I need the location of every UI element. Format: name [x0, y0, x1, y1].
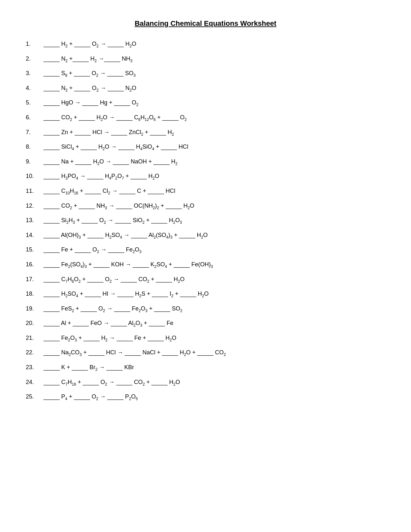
equation-item-20: 20._____ Al + _____ FeO → _____ Al2O3 + … — [26, 320, 385, 328]
equation-content-13: _____ Si2H3 + _____ O2 → _____ SiO2 + __… — [44, 217, 182, 225]
equation-content-8: _____ SiCl4 + _____ H2O → _____ H4SiO4 +… — [44, 143, 188, 151]
equation-item-22: 22._____ Na2CO3 + _____ HCl → _____ NaCl… — [26, 349, 385, 357]
equation-number-15: 15. — [26, 246, 44, 253]
equation-content-15: _____ Fe + _____ O2 → _____ Fe2O3 — [44, 246, 142, 254]
equation-item-10: 10._____ H3PO4 → _____ H4P2O7 + _____ H2… — [26, 173, 385, 181]
equation-content-5: _____ HgO → _____ Hg + _____ O2 — [44, 99, 138, 107]
equation-item-16: 16._____ Fe2(SO4)3 + _____ KOH → _____ K… — [26, 261, 385, 269]
equation-content-20: _____ Al + _____ FeO → _____ Al2O3 + ___… — [44, 320, 173, 328]
equation-item-8: 8._____ SiCl4 + _____ H2O → _____ H4SiO4… — [26, 143, 385, 151]
equation-content-2: _____ N2 +_____ H2 →_____ NH3 — [44, 55, 132, 63]
equation-item-7: 7._____ Zn + _____ HCl → _____ ZnCl2 + _… — [26, 129, 385, 137]
equation-number-14: 14. — [26, 232, 44, 239]
equation-number-23: 23. — [26, 364, 44, 371]
equation-item-14: 14._____ Al(OH)3 + _____ H2SO4 → _____ A… — [26, 232, 385, 240]
equation-item-3: 3._____ S8 + _____ O2 → _____ SO3 — [26, 70, 385, 78]
equation-item-2: 2._____ N2 +_____ H2 →_____ NH3 — [26, 55, 385, 63]
equation-number-1: 1. — [26, 41, 44, 47]
equation-number-21: 21. — [26, 335, 44, 341]
equation-content-4: _____ N2 + _____ O2 → _____ N2O — [44, 85, 136, 93]
equation-number-10: 10. — [26, 173, 44, 180]
equation-content-18: _____ H2SO4 + _____ HI → _____ H2S + ___… — [44, 291, 209, 298]
equation-item-4: 4._____ N2 + _____ O2 → _____ N2O — [26, 85, 385, 93]
equation-item-23: 23._____ K + _____ Br2 → _____ KBr — [26, 364, 385, 372]
equation-item-12: 12._____ CO2 + _____ NH3 → _____ OC(NH2)… — [26, 202, 385, 210]
equation-number-12: 12. — [26, 202, 44, 209]
equation-number-8: 8. — [26, 143, 44, 150]
equation-item-15: 15._____ Fe + _____ O2 → _____ Fe2O3 — [26, 246, 385, 254]
equation-number-18: 18. — [26, 291, 44, 297]
equation-item-19: 19._____ FeS2 + _____ O2 → _____ Fe2O3 +… — [26, 305, 385, 313]
equation-content-14: _____ Al(OH)3 + _____ H2SO4 → _____ Al2(… — [44, 232, 208, 240]
equation-number-3: 3. — [26, 70, 44, 77]
equation-content-6: _____ CO2 + _____ H2O → _____ C6H12O6 + … — [44, 114, 187, 122]
equation-number-20: 20. — [26, 320, 44, 327]
equation-content-9: _____ Na + _____ H2O → _____ NaOH + ____… — [44, 158, 178, 166]
equation-number-4: 4. — [26, 85, 44, 92]
equation-content-12: _____ CO2 + _____ NH3 → _____ OC(NH2)2 +… — [44, 202, 194, 210]
equation-number-13: 13. — [26, 217, 44, 224]
equation-item-24: 24._____ C7H16 + _____ O2 → _____ CO2 + … — [26, 379, 385, 387]
equation-content-3: _____ S8 + _____ O2 → _____ SO3 — [44, 70, 136, 78]
equation-item-11: 11._____ C10H16 + _____ Cl2 → _____ C + … — [26, 188, 385, 195]
equation-content-10: _____ H3PO4 → _____ H4P2O7 + _____ H2O — [44, 173, 159, 181]
equation-number-9: 9. — [26, 158, 44, 165]
equation-content-16: _____ Fe2(SO4)3 + _____ KOH → _____ K2SO… — [44, 261, 213, 269]
equation-number-7: 7. — [26, 129, 44, 136]
equation-number-2: 2. — [26, 55, 44, 62]
equation-item-1: 1._____ H2 + _____ O2 → _____ H2O — [26, 41, 385, 48]
equation-number-6: 6. — [26, 114, 44, 121]
equation-number-25: 25. — [26, 393, 44, 400]
equation-item-6: 6._____ CO2 + _____ H2O → _____ C6H12O6 … — [26, 114, 385, 122]
equation-number-16: 16. — [26, 261, 44, 268]
equation-content-24: _____ C7H16 + _____ O2 → _____ CO2 + ___… — [44, 379, 180, 387]
equation-content-22: _____ Na2CO3 + _____ HCl → _____ NaCl + … — [44, 349, 226, 357]
equation-content-7: _____ Zn + _____ HCl → _____ ZnCl2 + ___… — [44, 129, 174, 137]
equation-item-9: 9._____ Na + _____ H2O → _____ NaOH + __… — [26, 158, 385, 166]
equation-item-25: 25._____ P4 + _____ O2 → _____ P2O5 — [26, 393, 385, 401]
equations-list: 1._____ H2 + _____ O2 → _____ H2O2._____… — [26, 41, 385, 401]
page-title: Balancing Chemical Equations Worksheet — [26, 19, 385, 28]
equation-item-17: 17._____ C7H6O2 + _____ O2 → _____ CO2 +… — [26, 276, 385, 284]
equation-content-23: _____ K + _____ Br2 → _____ KBr — [44, 364, 134, 372]
equation-content-1: _____ H2 + _____ O2 → _____ H2O — [44, 41, 136, 48]
equation-content-11: _____ C10H16 + _____ Cl2 → _____ C + ___… — [44, 188, 175, 195]
equation-number-19: 19. — [26, 305, 44, 312]
equation-number-17: 17. — [26, 276, 44, 283]
equation-number-5: 5. — [26, 99, 44, 106]
equation-content-17: _____ C7H6O2 + _____ O2 → _____ CO2 + __… — [44, 276, 184, 284]
equation-item-13: 13._____ Si2H3 + _____ O2 → _____ SiO2 +… — [26, 217, 385, 225]
equation-item-21: 21._____ Fe2O3 + _____ H2 → _____ Fe + _… — [26, 335, 385, 342]
equation-item-5: 5._____ HgO → _____ Hg + _____ O2 — [26, 99, 385, 107]
equation-number-11: 11. — [26, 188, 44, 194]
equation-number-22: 22. — [26, 349, 44, 356]
equation-item-18: 18._____ H2SO4 + _____ HI → _____ H2S + … — [26, 291, 385, 298]
equation-content-25: _____ P4 + _____ O2 → _____ P2O5 — [44, 393, 138, 401]
equation-content-19: _____ FeS2 + _____ O2 → _____ Fe2O3 + __… — [44, 305, 182, 313]
equation-content-21: _____ Fe2O3 + _____ H2 → _____ Fe + ____… — [44, 335, 176, 342]
equation-number-24: 24. — [26, 379, 44, 386]
